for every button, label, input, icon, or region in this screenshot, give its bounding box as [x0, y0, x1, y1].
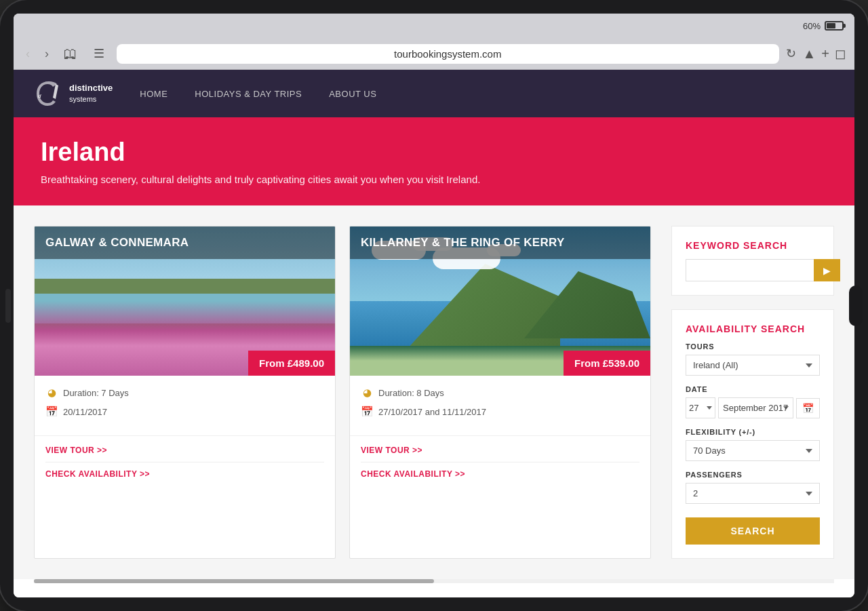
keyword-search-title: KEYWORD SEARCH	[686, 240, 820, 251]
tour-actions-killarney: VIEW TOUR >> CHECK AVAILABILITY >>	[350, 435, 650, 490]
keyword-search-row: ▶	[686, 259, 820, 281]
tours-label: TOURS	[686, 342, 820, 351]
side-button-right	[849, 285, 863, 326]
tours-grid: GALWAY & CONNEMARA From £489.00 ◕ Durati…	[34, 226, 651, 559]
calendar-icon: 📅	[45, 406, 58, 418]
passengers-label: PASSENGERS	[686, 471, 820, 479]
svg-text:d: d	[38, 93, 41, 99]
tour-actions-galway: VIEW TOUR >> CHECK AVAILABILITY >>	[35, 435, 335, 490]
reload-button[interactable]: ↻	[786, 46, 796, 61]
view-tour-link-killarney[interactable]: VIEW TOUR >>	[361, 439, 639, 462]
availability-search-section: AVAILABILITY SEARCH TOURS Ireland (All) …	[671, 309, 834, 559]
flexibility-form-group: FLEXIBILITY (+/-) 70 Days 7 Days 14 Days…	[686, 428, 820, 461]
tabs-button[interactable]: ◻	[835, 45, 846, 62]
nav-link-about[interactable]: ABOUT US	[329, 89, 376, 99]
logo-distinctive: distinctive	[69, 83, 113, 94]
availability-search-title: AVAILABILITY SEARCH	[686, 323, 820, 334]
site-nav: d distinctive systems HOME HOLIDAYS & DA…	[14, 70, 854, 117]
clock-icon: ◕	[45, 387, 58, 399]
nav-item-home[interactable]: HOME	[140, 87, 167, 100]
new-tab-button[interactable]: +	[821, 46, 829, 62]
logo-icon: d	[34, 79, 64, 109]
forward-button[interactable]: ›	[41, 45, 53, 62]
tour-title-overlay-galway: GALWAY & CONNEMARA	[35, 226, 335, 259]
tour-card-killarney: KILLARNEY & THE RING OF KERRY From £539.…	[349, 226, 651, 559]
status-bar: 60%	[14, 14, 854, 38]
date-form-group: DATE 27 September 2017 📅	[686, 385, 820, 418]
nav-item-about[interactable]: ABOUT US	[329, 87, 376, 100]
ipad-frame: 60% ‹ › 🕮 ☰ ↻ ▲ + ◻	[0, 0, 868, 611]
check-availability-link-galway[interactable]: CHECK AVAILABILITY >>	[45, 462, 324, 479]
scroll-indicator	[34, 579, 834, 583]
check-availability-link-killarney[interactable]: CHECK AVAILABILITY >>	[361, 462, 639, 479]
battery-icon	[825, 21, 844, 31]
nav-links: HOME HOLIDAYS & DAY TRIPS ABOUT US	[140, 87, 376, 100]
nav-link-holidays[interactable]: HOLIDAYS & DAY TRIPS	[195, 89, 302, 99]
logo-text: distinctive systems	[69, 83, 113, 104]
tour-image-killarney: KILLARNEY & THE RING OF KERRY From £539.…	[350, 226, 650, 376]
website-content: d distinctive systems HOME HOLIDAYS & DA…	[14, 70, 854, 597]
keyword-input[interactable]	[686, 259, 814, 281]
date-day-select[interactable]: 27	[686, 397, 715, 418]
date-killarney: 27/10/2017 and 11/11/2017	[378, 407, 486, 417]
scroll-thumb	[34, 579, 434, 583]
main-content: GALWAY & CONNEMARA From £489.00 ◕ Durati…	[14, 205, 854, 579]
logo-area: d distinctive systems	[34, 79, 113, 109]
address-bar[interactable]	[117, 44, 779, 64]
browser-chrome: ‹ › 🕮 ☰ ↻ ▲ + ◻	[14, 38, 854, 70]
battery-fill	[827, 23, 835, 28]
battery-percent-label: 60%	[803, 21, 821, 31]
tour-title-overlay-killarney: KILLARNEY & THE RING OF KERRY	[350, 226, 650, 259]
share-button[interactable]: ▲	[803, 46, 816, 62]
tour-title-killarney: KILLARNEY & THE RING OF KERRY	[361, 236, 565, 249]
sidebar: KEYWORD SEARCH ▶ AVAILABILITY SEARCH TOU…	[671, 226, 834, 559]
duration-galway: Duration: 7 Days	[63, 388, 129, 398]
hero-title: Ireland	[41, 138, 827, 167]
date-row-killarney: 📅 27/10/2017 and 11/11/2017	[361, 406, 639, 418]
tour-image-galway: GALWAY & CONNEMARA From £489.00	[35, 226, 335, 376]
date-row: 27 September 2017 📅	[686, 397, 820, 418]
logo-systems: systems	[69, 94, 113, 104]
browser-actions: ▲ + ◻	[803, 45, 846, 62]
flexibility-label: FLEXIBILITY (+/-)	[686, 428, 820, 436]
hero-section: Ireland Breathtaking scenery, cultural d…	[14, 117, 854, 205]
nav-link-home[interactable]: HOME	[140, 89, 167, 99]
ipad-screen: 60% ‹ › 🕮 ☰ ↻ ▲ + ◻	[14, 14, 854, 597]
duration-killarney: Duration: 8 Days	[378, 388, 444, 398]
date-row-galway: 📅 20/11/2017	[45, 406, 324, 418]
tour-details-galway: ◕ Duration: 7 Days 📅 20/11/2017	[35, 376, 335, 435]
clock-icon-2: ◕	[361, 387, 373, 399]
duration-row-galway: ◕ Duration: 7 Days	[45, 387, 324, 399]
calendar-button[interactable]: 📅	[796, 398, 820, 418]
bookmarks-button[interactable]: 🕮	[60, 45, 81, 63]
price-badge-galway: From £489.00	[248, 351, 335, 376]
date-label: DATE	[686, 385, 820, 393]
hero-subtitle: Breathtaking scenery, cultural delights …	[41, 174, 827, 185]
tours-select[interactable]: Ireland (All) Ireland England	[686, 355, 820, 376]
keyword-search-section: KEYWORD SEARCH ▶	[671, 226, 834, 296]
date-galway: 20/11/2017	[63, 407, 107, 417]
nav-item-holidays[interactable]: HOLIDAYS & DAY TRIPS	[195, 87, 302, 100]
date-month-select[interactable]: September 2017	[718, 397, 793, 418]
menu-button[interactable]: ☰	[88, 43, 110, 64]
tour-details-killarney: ◕ Duration: 8 Days 📅 27/10/2017 and 11/1…	[350, 376, 650, 435]
price-badge-killarney: From £539.00	[564, 351, 650, 376]
tour-title-galway: GALWAY & CONNEMARA	[45, 236, 189, 249]
passengers-form-group: PASSENGERS 1 2 3 4	[686, 471, 820, 504]
battery-info: 60%	[803, 21, 844, 31]
side-button-left	[5, 289, 11, 323]
keyword-search-button[interactable]: ▶	[814, 259, 840, 281]
view-tour-link-galway[interactable]: VIEW TOUR >>	[45, 439, 324, 462]
back-button[interactable]: ‹	[22, 45, 34, 62]
calendar-icon-2: 📅	[361, 406, 373, 418]
duration-row-killarney: ◕ Duration: 8 Days	[361, 387, 639, 399]
search-button[interactable]: SEARCH	[686, 517, 820, 545]
tours-form-group: TOURS Ireland (All) Ireland England	[686, 342, 820, 376]
passengers-select[interactable]: 1 2 3 4	[686, 483, 820, 504]
tour-card-galway: GALWAY & CONNEMARA From £489.00 ◕ Durati…	[34, 226, 336, 559]
flexibility-select[interactable]: 70 Days 7 Days 14 Days 21 Days 30 Days	[686, 440, 820, 461]
